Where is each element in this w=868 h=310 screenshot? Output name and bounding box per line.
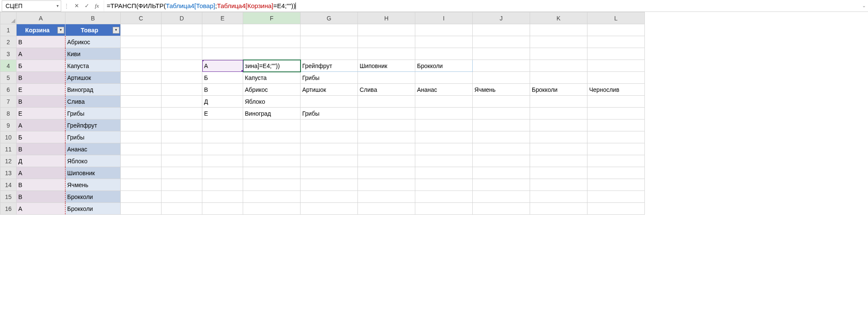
- cell-H7[interactable]: [358, 96, 415, 108]
- cell-C16[interactable]: [121, 203, 162, 215]
- cell-L10[interactable]: [587, 131, 645, 143]
- cell-E2[interactable]: [202, 36, 243, 48]
- select-all-corner[interactable]: [0, 12, 17, 24]
- row-header[interactable]: 8: [0, 108, 17, 119]
- cell-H8[interactable]: [358, 108, 415, 119]
- row-header[interactable]: 13: [0, 167, 17, 179]
- cell-J12[interactable]: [473, 155, 530, 167]
- cell-A1[interactable]: Корзина▼: [17, 24, 65, 36]
- col-header-A[interactable]: A: [17, 12, 65, 24]
- row-header[interactable]: 9: [0, 119, 17, 131]
- cell-F1[interactable]: [243, 24, 301, 36]
- cell-D2[interactable]: [162, 36, 202, 48]
- cell-I4[interactable]: Брокколи: [415, 60, 473, 72]
- cell-A9[interactable]: А: [17, 119, 65, 131]
- cell-C3[interactable]: [121, 48, 162, 60]
- cell-H12[interactable]: [358, 155, 415, 167]
- cell-L15[interactable]: [587, 191, 645, 203]
- cell-G1[interactable]: [301, 24, 358, 36]
- cell-H6[interactable]: Слива: [358, 84, 415, 96]
- cell-A16[interactable]: А: [17, 203, 65, 215]
- cell-A6[interactable]: Е: [17, 84, 65, 96]
- cell-B7[interactable]: Слива: [65, 96, 121, 108]
- cell-J2[interactable]: [473, 36, 530, 48]
- row-header[interactable]: 15: [0, 191, 17, 203]
- cell-D7[interactable]: [162, 96, 202, 108]
- row-header[interactable]: 14: [0, 179, 17, 191]
- cell-L12[interactable]: [587, 155, 645, 167]
- cell-B9[interactable]: Грейпфрут: [65, 119, 121, 131]
- cell-K9[interactable]: [530, 119, 587, 131]
- cell-A14[interactable]: В: [17, 179, 65, 191]
- cell-A10[interactable]: Б: [17, 131, 65, 143]
- cell-A8[interactable]: Е: [17, 108, 65, 119]
- cell-B2[interactable]: Абрикос: [65, 36, 121, 48]
- cell-E5[interactable]: Б: [202, 72, 243, 84]
- cell-D12[interactable]: [162, 155, 202, 167]
- cell-B1[interactable]: Товар▼: [65, 24, 121, 36]
- cell-D14[interactable]: [162, 179, 202, 191]
- cell-C4[interactable]: [121, 60, 162, 72]
- cell-K16[interactable]: [530, 203, 587, 215]
- cell-A11[interactable]: В: [17, 143, 65, 155]
- row-header[interactable]: 6: [0, 84, 17, 96]
- cell-C11[interactable]: [121, 143, 162, 155]
- cell-D8[interactable]: [162, 108, 202, 119]
- cell-E13[interactable]: [202, 167, 243, 179]
- cell-G9[interactable]: [301, 119, 358, 131]
- row-header[interactable]: 3: [0, 48, 17, 60]
- cell-E15[interactable]: [202, 191, 243, 203]
- cell-D3[interactable]: [162, 48, 202, 60]
- cell-G6[interactable]: Артишок: [301, 84, 358, 96]
- cell-E16[interactable]: [202, 203, 243, 215]
- cell-E6[interactable]: В: [202, 84, 243, 96]
- cell-B4[interactable]: Капуста: [65, 60, 121, 72]
- cell-J16[interactable]: [473, 203, 530, 215]
- row-header[interactable]: 2: [0, 36, 17, 48]
- cell-F15[interactable]: [243, 191, 301, 203]
- cell-L13[interactable]: [587, 167, 645, 179]
- row-header[interactable]: 1: [0, 24, 17, 36]
- cell-J3[interactable]: [473, 48, 530, 60]
- cell-J15[interactable]: [473, 191, 530, 203]
- cell-I5[interactable]: [415, 72, 473, 84]
- cell-E12[interactable]: [202, 155, 243, 167]
- col-header-E[interactable]: E: [202, 12, 243, 24]
- cell-I11[interactable]: [415, 143, 473, 155]
- cell-G7[interactable]: [301, 96, 358, 108]
- cell-C9[interactable]: [121, 119, 162, 131]
- row-header[interactable]: 16: [0, 203, 17, 215]
- name-box-dropdown-icon[interactable]: ▾: [54, 3, 61, 8]
- cell-I14[interactable]: [415, 179, 473, 191]
- cell-I2[interactable]: [415, 36, 473, 48]
- cell-B11[interactable]: Ананас: [65, 143, 121, 155]
- cell-G11[interactable]: [301, 143, 358, 155]
- cell-E3[interactable]: [202, 48, 243, 60]
- cell-J11[interactable]: [473, 143, 530, 155]
- expand-formula-bar-icon[interactable]: ⌄: [859, 3, 868, 9]
- cell-I7[interactable]: [415, 96, 473, 108]
- cell-A2[interactable]: В: [17, 36, 65, 48]
- cell-C6[interactable]: [121, 84, 162, 96]
- row-header[interactable]: 7: [0, 96, 17, 108]
- cell-H2[interactable]: [358, 36, 415, 48]
- cell-B6[interactable]: Виноград: [65, 84, 121, 96]
- cell-D16[interactable]: [162, 203, 202, 215]
- filter-dropdown-icon[interactable]: ▼: [57, 27, 64, 34]
- cell-H16[interactable]: [358, 203, 415, 215]
- cell-E11[interactable]: [202, 143, 243, 155]
- cell-K7[interactable]: [530, 96, 587, 108]
- cell-C8[interactable]: [121, 108, 162, 119]
- cell-L3[interactable]: [587, 48, 645, 60]
- accept-formula-button[interactable]: ✓: [82, 1, 92, 11]
- cell-G8[interactable]: Грибы: [301, 108, 358, 119]
- cell-H4[interactable]: Шиповник: [358, 60, 415, 72]
- cell-F9[interactable]: [243, 119, 301, 131]
- cell-B13[interactable]: Шиповник: [65, 167, 121, 179]
- cell-L14[interactable]: [587, 179, 645, 191]
- col-header-G[interactable]: G: [301, 12, 358, 24]
- cell-K12[interactable]: [530, 155, 587, 167]
- cell-I12[interactable]: [415, 155, 473, 167]
- cell-K8[interactable]: [530, 108, 587, 119]
- cell-H13[interactable]: [358, 167, 415, 179]
